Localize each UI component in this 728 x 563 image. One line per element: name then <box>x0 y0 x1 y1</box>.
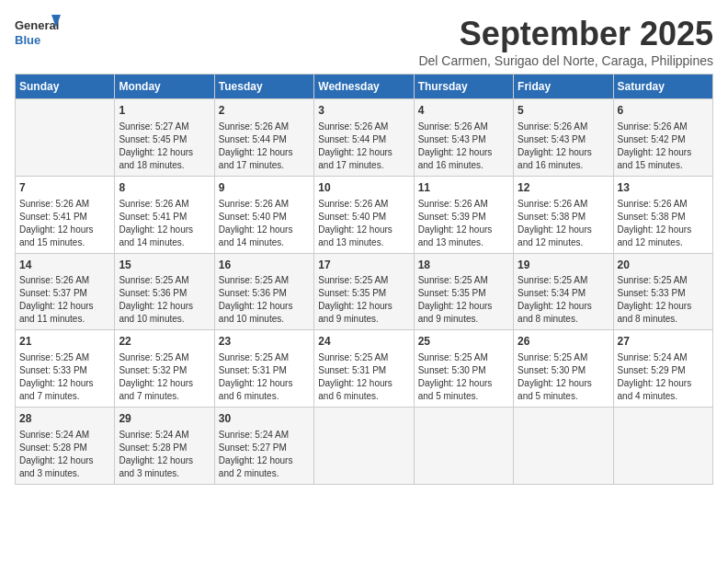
day-number: 28 <box>19 411 110 427</box>
calendar-cell: 9Sunrise: 5:26 AM Sunset: 5:40 PM Daylig… <box>214 176 313 253</box>
cell-content: Sunrise: 5:26 AM Sunset: 5:41 PM Dayligh… <box>119 198 210 249</box>
cell-content: Sunrise: 5:25 AM Sunset: 5:31 PM Dayligh… <box>318 351 409 403</box>
cell-content: Sunrise: 5:25 AM Sunset: 5:33 PM Dayligh… <box>618 274 709 326</box>
day-number: 27 <box>618 334 709 350</box>
day-number: 26 <box>518 334 609 350</box>
calendar-cell: 30Sunrise: 5:24 AM Sunset: 5:27 PM Dayli… <box>214 408 313 485</box>
svg-text:Blue: Blue <box>15 33 40 47</box>
day-number: 23 <box>219 334 310 350</box>
col-header-sunday: Sunday <box>16 75 115 99</box>
logo-svg: General Blue <box>15 15 61 55</box>
day-number: 30 <box>219 411 310 427</box>
cell-content: Sunrise: 5:26 AM Sunset: 5:38 PM Dayligh… <box>618 198 709 249</box>
cell-content: Sunrise: 5:26 AM Sunset: 5:43 PM Dayligh… <box>518 121 609 172</box>
calendar-cell <box>314 408 414 485</box>
calendar-cell: 23Sunrise: 5:25 AM Sunset: 5:31 PM Dayli… <box>214 330 313 408</box>
cell-content: Sunrise: 5:25 AM Sunset: 5:33 PM Dayligh… <box>19 351 110 403</box>
week-row-2: 7Sunrise: 5:26 AM Sunset: 5:41 PM Daylig… <box>16 176 713 253</box>
cell-content: Sunrise: 5:26 AM Sunset: 5:40 PM Dayligh… <box>219 198 310 249</box>
calendar-cell: 6Sunrise: 5:26 AM Sunset: 5:42 PM Daylig… <box>613 99 712 177</box>
cell-content: Sunrise: 5:25 AM Sunset: 5:31 PM Dayligh… <box>219 351 310 403</box>
day-number: 14 <box>19 258 110 273</box>
day-number: 24 <box>318 334 409 350</box>
day-number: 15 <box>119 258 210 273</box>
day-number: 6 <box>618 103 709 119</box>
day-number: 5 <box>518 103 609 119</box>
cell-content: Sunrise: 5:25 AM Sunset: 5:30 PM Dayligh… <box>418 351 509 403</box>
calendar-cell: 20Sunrise: 5:25 AM Sunset: 5:33 PM Dayli… <box>613 253 712 330</box>
calendar-cell: 7Sunrise: 5:26 AM Sunset: 5:41 PM Daylig… <box>16 176 115 253</box>
day-number: 12 <box>518 180 609 196</box>
calendar-cell: 29Sunrise: 5:24 AM Sunset: 5:28 PM Dayli… <box>115 408 214 485</box>
calendar-cell: 4Sunrise: 5:26 AM Sunset: 5:43 PM Daylig… <box>414 99 513 177</box>
day-number: 10 <box>318 180 409 196</box>
cell-content: Sunrise: 5:25 AM Sunset: 5:36 PM Dayligh… <box>219 274 310 326</box>
day-number: 21 <box>19 334 110 350</box>
cell-content: Sunrise: 5:25 AM Sunset: 5:30 PM Dayligh… <box>518 351 609 403</box>
cell-content: Sunrise: 5:24 AM Sunset: 5:28 PM Dayligh… <box>119 429 210 480</box>
calendar-cell: 19Sunrise: 5:25 AM Sunset: 5:34 PM Dayli… <box>514 253 613 330</box>
week-row-1: 1Sunrise: 5:27 AM Sunset: 5:45 PM Daylig… <box>16 99 713 177</box>
month-title: September 2025 <box>418 15 713 53</box>
day-number: 7 <box>19 180 110 196</box>
cell-content: Sunrise: 5:26 AM Sunset: 5:42 PM Dayligh… <box>618 121 709 172</box>
cell-content: Sunrise: 5:26 AM Sunset: 5:40 PM Dayligh… <box>318 198 409 249</box>
calendar-cell: 10Sunrise: 5:26 AM Sunset: 5:40 PM Dayli… <box>314 176 414 253</box>
header-row: SundayMondayTuesdayWednesdayThursdayFrid… <box>16 75 713 99</box>
col-header-monday: Monday <box>115 75 214 99</box>
day-number: 11 <box>418 180 509 196</box>
col-header-tuesday: Tuesday <box>214 75 313 99</box>
cell-content: Sunrise: 5:26 AM Sunset: 5:41 PM Dayligh… <box>19 198 110 249</box>
cell-content: Sunrise: 5:26 AM Sunset: 5:44 PM Dayligh… <box>219 121 310 172</box>
calendar-cell: 25Sunrise: 5:25 AM Sunset: 5:30 PM Dayli… <box>414 330 513 408</box>
day-number: 17 <box>318 258 409 273</box>
cell-content: Sunrise: 5:26 AM Sunset: 5:39 PM Dayligh… <box>418 198 509 249</box>
day-number: 16 <box>219 258 310 273</box>
logo: General Blue <box>15 15 61 55</box>
cell-content: Sunrise: 5:26 AM Sunset: 5:43 PM Dayligh… <box>418 121 509 172</box>
col-header-thursday: Thursday <box>414 75 513 99</box>
cell-content: Sunrise: 5:26 AM Sunset: 5:38 PM Dayligh… <box>518 198 609 249</box>
calendar-cell <box>613 408 712 485</box>
day-number: 19 <box>518 258 609 273</box>
calendar-cell <box>514 408 613 485</box>
col-header-saturday: Saturday <box>613 75 712 99</box>
day-number: 8 <box>119 180 210 196</box>
calendar-cell: 15Sunrise: 5:25 AM Sunset: 5:36 PM Dayli… <box>115 253 214 330</box>
day-number: 3 <box>318 103 409 119</box>
calendar-cell: 8Sunrise: 5:26 AM Sunset: 5:41 PM Daylig… <box>115 176 214 253</box>
cell-content: Sunrise: 5:25 AM Sunset: 5:36 PM Dayligh… <box>119 274 210 326</box>
cell-content: Sunrise: 5:25 AM Sunset: 5:35 PM Dayligh… <box>318 274 409 326</box>
header: General Blue September 2025 Del Carmen, … <box>15 15 713 68</box>
cell-content: Sunrise: 5:27 AM Sunset: 5:45 PM Dayligh… <box>119 121 210 172</box>
calendar-cell: 5Sunrise: 5:26 AM Sunset: 5:43 PM Daylig… <box>514 99 613 177</box>
location-title: Del Carmen, Surigao del Norte, Caraga, P… <box>418 53 713 68</box>
day-number: 4 <box>418 103 509 119</box>
day-number: 25 <box>418 334 509 350</box>
cell-content: Sunrise: 5:25 AM Sunset: 5:34 PM Dayligh… <box>518 274 609 326</box>
cell-content: Sunrise: 5:26 AM Sunset: 5:37 PM Dayligh… <box>19 274 110 326</box>
calendar-cell: 11Sunrise: 5:26 AM Sunset: 5:39 PM Dayli… <box>414 176 513 253</box>
calendar-cell: 18Sunrise: 5:25 AM Sunset: 5:35 PM Dayli… <box>414 253 513 330</box>
calendar-cell: 17Sunrise: 5:25 AM Sunset: 5:35 PM Dayli… <box>314 253 414 330</box>
day-number: 22 <box>119 334 210 350</box>
cell-content: Sunrise: 5:24 AM Sunset: 5:27 PM Dayligh… <box>219 429 310 480</box>
svg-text:General: General <box>15 18 59 32</box>
week-row-5: 28Sunrise: 5:24 AM Sunset: 5:28 PM Dayli… <box>16 408 713 485</box>
calendar-cell: 24Sunrise: 5:25 AM Sunset: 5:31 PM Dayli… <box>314 330 414 408</box>
col-header-wednesday: Wednesday <box>314 75 414 99</box>
week-row-4: 21Sunrise: 5:25 AM Sunset: 5:33 PM Dayli… <box>16 330 713 408</box>
calendar-cell: 3Sunrise: 5:26 AM Sunset: 5:44 PM Daylig… <box>314 99 414 177</box>
cell-content: Sunrise: 5:24 AM Sunset: 5:29 PM Dayligh… <box>618 351 709 403</box>
day-number: 20 <box>618 258 709 273</box>
cell-content: Sunrise: 5:24 AM Sunset: 5:28 PM Dayligh… <box>19 429 110 480</box>
day-number: 18 <box>418 258 509 273</box>
cell-content: Sunrise: 5:25 AM Sunset: 5:32 PM Dayligh… <box>119 351 210 403</box>
day-number: 9 <box>219 180 310 196</box>
day-number: 2 <box>219 103 310 119</box>
calendar-cell: 12Sunrise: 5:26 AM Sunset: 5:38 PM Dayli… <box>514 176 613 253</box>
calendar-cell: 13Sunrise: 5:26 AM Sunset: 5:38 PM Dayli… <box>613 176 712 253</box>
calendar-cell: 28Sunrise: 5:24 AM Sunset: 5:28 PM Dayli… <box>16 408 115 485</box>
calendar-cell: 22Sunrise: 5:25 AM Sunset: 5:32 PM Dayli… <box>115 330 214 408</box>
cell-content: Sunrise: 5:26 AM Sunset: 5:44 PM Dayligh… <box>318 121 409 172</box>
